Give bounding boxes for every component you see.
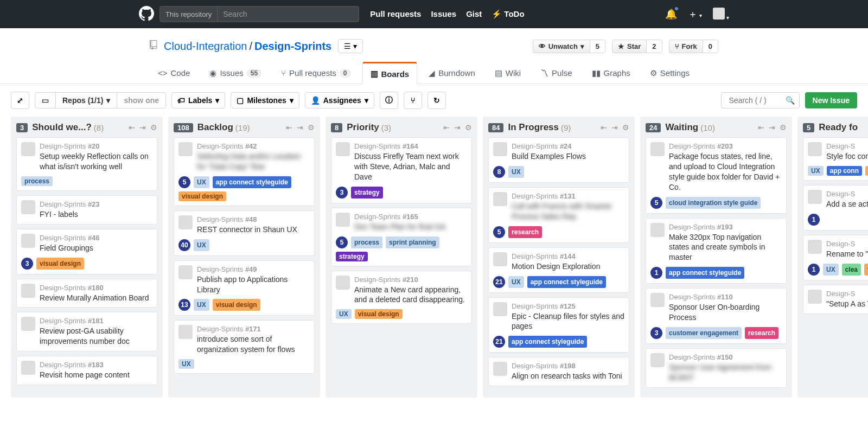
- collapse-left-icon[interactable]: ⇤: [129, 123, 135, 132]
- issue-card[interactable]: Design-Sprints #110Sponsor User On-board…: [646, 288, 787, 344]
- issue-card[interactable]: Design-Sprints #183Revisit home page con…: [16, 356, 157, 385]
- assignee-avatar[interactable]: [21, 361, 35, 375]
- nav-todo[interactable]: ToDo: [492, 9, 524, 19]
- watch-button[interactable]: 👁Unwatch ▾ 5: [533, 40, 605, 53]
- card-label[interactable]: visual design: [36, 258, 84, 270]
- issue-card[interactable]: Design-Sprints #42Selecting Data and/or …: [174, 137, 315, 206]
- assignee-avatar[interactable]: [336, 142, 350, 156]
- issue-card[interactable]: Design-Sprints #24Build Examples Flows8U…: [488, 137, 629, 183]
- issue-card[interactable]: Design-Sprints #181Review post-GA usabil…: [16, 312, 157, 351]
- assignee-avatar[interactable]: [336, 213, 350, 227]
- column-body[interactable]: Design-Sprints #24Build Examples Flows8U…: [488, 137, 629, 392]
- card-label[interactable]: process: [351, 236, 382, 248]
- issue-card[interactable]: Design-Sprints #193Make 320px Top naviga…: [646, 218, 787, 284]
- assignee-avatar[interactable]: [21, 200, 35, 214]
- new-issue-button[interactable]: New Issue: [805, 92, 857, 108]
- assignee-avatar[interactable]: [178, 142, 193, 156]
- card-label[interactable]: app connect styleguide: [666, 267, 744, 279]
- tab-settings[interactable]: ⚙Settings: [642, 62, 698, 84]
- assignee-avatar[interactable]: [21, 284, 35, 298]
- card-label[interactable]: process: [21, 176, 53, 186]
- column-body[interactable]: Design-Sprints #42Selecting Data and/or …: [174, 137, 315, 392]
- card-label[interactable]: UX: [508, 166, 524, 178]
- assignee-avatar[interactable]: [336, 276, 350, 290]
- assignee-avatar[interactable]: [808, 290, 822, 304]
- star-button[interactable]: ★Star 2: [612, 40, 662, 53]
- issue-card[interactable]: Design-Sprints #20Setup weekly Reflectio…: [16, 137, 157, 191]
- issue-card[interactable]: Design-Sprints #203Package focus states,…: [646, 137, 787, 214]
- column-body[interactable]: Design-Sprints #164Discuss Firefly Team …: [331, 137, 472, 392]
- show-one-button[interactable]: show one: [117, 93, 165, 108]
- star-count[interactable]: 2: [646, 40, 661, 53]
- branch-button[interactable]: ⑂: [404, 92, 422, 109]
- assignees-filter[interactable]: 👤Assignees ▾: [305, 92, 374, 108]
- card-label[interactable]: UX: [336, 309, 352, 319]
- column-settings-icon[interactable]: ⚙: [308, 123, 315, 132]
- column-settings-icon[interactable]: ⚙: [150, 123, 157, 132]
- assignee-avatar[interactable]: [493, 302, 507, 316]
- issue-card[interactable]: Design-Sprints #164Discuss Firefly Team …: [331, 137, 472, 203]
- assignee-avatar[interactable]: [808, 142, 822, 156]
- fork-button[interactable]: ⑂Fork 0: [669, 40, 718, 53]
- assignee-avatar[interactable]: [493, 362, 507, 376]
- card-label[interactable]: UX: [508, 276, 524, 288]
- assignee-avatar[interactable]: [808, 190, 822, 204]
- assignee-avatar[interactable]: [650, 142, 665, 156]
- card-label[interactable]: visual design: [864, 264, 868, 276]
- nav-gist[interactable]: Gist: [466, 9, 482, 19]
- card-label[interactable]: cloud integration style guide: [666, 197, 761, 209]
- create-new-icon[interactable]: ＋▾: [688, 8, 702, 21]
- issue-card[interactable]: Design-Sprints #180Review Murally Animat…: [16, 279, 157, 308]
- fork-count[interactable]: 0: [703, 40, 718, 53]
- card-label[interactable]: visual design: [355, 309, 403, 319]
- board-search[interactable]: 🔍: [721, 92, 800, 108]
- card-label[interactable]: research: [508, 226, 542, 238]
- watch-count[interactable]: 5: [590, 40, 605, 53]
- assignee-avatar[interactable]: [178, 265, 193, 279]
- tab-issues[interactable]: ◉Issues55: [201, 62, 270, 84]
- milestones-filter[interactable]: ▢Milestones ▾: [231, 92, 299, 108]
- assignee-avatar[interactable]: [808, 240, 822, 254]
- collapse-left-icon[interactable]: ⇤: [286, 123, 292, 132]
- nav-pull-requests[interactable]: Pull requests: [370, 9, 421, 19]
- collapse-right-icon[interactable]: ⇥: [139, 123, 146, 132]
- issue-card[interactable]: Design-Sprints #23FYI - labels: [16, 195, 157, 225]
- assignee-avatar[interactable]: [650, 353, 665, 367]
- issue-card[interactable]: Design-Sprints #49Publish app to Applica…: [174, 260, 315, 316]
- column-body[interactable]: Design-Sprints #20Setup weekly Reflectio…: [16, 137, 157, 392]
- card-label[interactable]: sprint planning: [386, 236, 439, 248]
- assignee-avatar[interactable]: [493, 252, 507, 266]
- header-search[interactable]: This repository: [159, 6, 359, 22]
- issue-card[interactable]: Design-Sprints #198Align on research tas…: [488, 357, 629, 386]
- collapse-right-icon[interactable]: ⇥: [454, 123, 461, 132]
- assignee-avatar[interactable]: [178, 325, 193, 339]
- collapse-left-icon[interactable]: ⇤: [601, 123, 607, 132]
- card-label[interactable]: research: [745, 327, 778, 339]
- repo-name-link[interactable]: Design-Sprints: [254, 40, 331, 53]
- assignee-avatar[interactable]: [21, 234, 35, 248]
- card-label[interactable]: visual design: [178, 191, 226, 201]
- assignee-avatar[interactable]: [650, 293, 665, 307]
- assignee-avatar[interactable]: [650, 223, 665, 237]
- issue-card[interactable]: Design-Sprints #171introduce some sort o…: [174, 320, 315, 374]
- tab-burndown[interactable]: ◢Burndown: [420, 62, 483, 84]
- collapse-right-icon[interactable]: ⇥: [769, 123, 775, 132]
- collapse-right-icon[interactable]: ⇥: [297, 123, 303, 132]
- user-menu[interactable]: ▾: [713, 8, 729, 21]
- card-label[interactable]: app connect styleguide: [508, 336, 587, 348]
- assignee-avatar[interactable]: [21, 317, 35, 331]
- nav-issues[interactable]: Issues: [431, 9, 456, 19]
- issue-card[interactable]: Design-S "Setup A as Targe: [803, 285, 868, 314]
- search-input[interactable]: [218, 7, 359, 22]
- card-label[interactable]: visual design: [865, 166, 868, 176]
- column-settings-icon[interactable]: ⚙: [465, 123, 472, 132]
- card-label[interactable]: UX: [194, 239, 209, 251]
- card-label[interactable]: UX: [808, 166, 824, 176]
- column-settings-icon[interactable]: ⚙: [622, 123, 629, 132]
- issue-card[interactable]: Design-Sprints #144Motion Design Explora…: [488, 247, 629, 293]
- card-label[interactable]: app connect styleguide: [213, 176, 291, 188]
- tab-wiki[interactable]: ▤Wiki: [487, 62, 529, 84]
- notifications-icon[interactable]: 🔔: [665, 8, 677, 20]
- collapse-left-icon[interactable]: ⇤: [443, 123, 450, 132]
- info-button[interactable]: ⓘ: [380, 92, 398, 109]
